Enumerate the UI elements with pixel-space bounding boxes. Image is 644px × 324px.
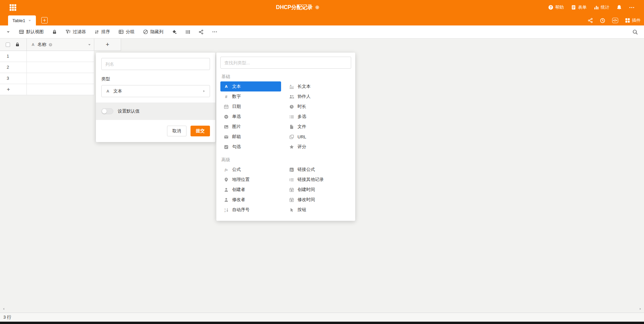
history-icon bbox=[600, 18, 605, 23]
checkbox-icon bbox=[223, 144, 229, 149]
scroll-left-icon[interactable] bbox=[2, 307, 5, 311]
column-name-input[interactable] bbox=[101, 58, 210, 70]
type-item-long-text[interactable]: A长文本 bbox=[286, 81, 351, 91]
submit-button[interactable]: 提交 bbox=[191, 126, 210, 136]
type-item-label: 日期 bbox=[232, 104, 241, 110]
hide-columns-button[interactable]: 隐藏列 bbox=[143, 29, 163, 35]
horizontal-scrollbar[interactable] bbox=[0, 305, 644, 313]
form-label: 表单 bbox=[578, 4, 587, 10]
column-header-name[interactable]: A 名称 ? bbox=[27, 39, 94, 51]
svg-text:A: A bbox=[106, 89, 109, 93]
sort-icon bbox=[94, 29, 99, 35]
api-button[interactable] bbox=[612, 18, 618, 23]
type-item-email[interactable]: 邮箱 bbox=[220, 132, 286, 142]
type-item-auto-number[interactable]: 12自动序号 bbox=[220, 205, 286, 215]
app-grid-menu-icon[interactable] bbox=[9, 4, 16, 11]
view-switcher[interactable]: 默认视图 bbox=[19, 29, 44, 35]
cancel-button[interactable]: 取消 bbox=[167, 126, 186, 136]
header-row: DHCP分配记录 i ? 帮助 表单 统计 bbox=[0, 0, 644, 15]
type-item-label: 公式 bbox=[232, 167, 241, 173]
dialog-body: 类型 A 文本 bbox=[96, 53, 215, 97]
type-item-single-select[interactable]: 单选 bbox=[220, 112, 286, 122]
search-button[interactable] bbox=[632, 29, 638, 35]
type-label: 类型 bbox=[101, 76, 210, 82]
help-icon: ? bbox=[548, 5, 553, 10]
plugin-label: 插件 bbox=[632, 17, 641, 23]
share-view-button[interactable] bbox=[199, 29, 204, 35]
add-column-button[interactable]: + bbox=[94, 39, 121, 51]
row-height-icon bbox=[185, 29, 190, 35]
plugin-icon bbox=[625, 18, 630, 23]
type-item-ctime[interactable]: 创建时间 bbox=[286, 185, 351, 195]
type-item-multi-select[interactable]: 多选 bbox=[286, 112, 351, 122]
link-formula-icon: fx bbox=[289, 167, 294, 172]
base-title: DHCP分配记录 i bbox=[276, 4, 320, 11]
grid-header-row: A 名称 ? + bbox=[0, 39, 644, 51]
statistics-button[interactable]: 统计 bbox=[594, 4, 609, 10]
cell-name-row3[interactable] bbox=[27, 73, 94, 84]
sort-button[interactable]: 排序 bbox=[94, 29, 110, 35]
type-item-image[interactable]: 图片 bbox=[220, 122, 286, 132]
row-color-button[interactable] bbox=[172, 29, 177, 35]
cell-name-row2[interactable] bbox=[27, 62, 94, 73]
type-item-formula[interactable]: fx公式 bbox=[220, 165, 286, 175]
type-item-creator[interactable]: 创建者 bbox=[220, 185, 286, 195]
row-number: 2 bbox=[0, 62, 27, 73]
type-item-mtime[interactable]: 修改时间 bbox=[286, 195, 351, 205]
type-item-collaborator[interactable]: 协作人 bbox=[286, 91, 351, 102]
modifier-icon bbox=[223, 197, 229, 202]
history-button[interactable] bbox=[600, 18, 605, 23]
type-item-file[interactable]: 文件 bbox=[286, 122, 351, 132]
type-search-input[interactable] bbox=[220, 57, 351, 69]
view-name: 默认视图 bbox=[26, 29, 44, 35]
type-item-label: 文件 bbox=[298, 124, 306, 130]
header-more-button[interactable] bbox=[629, 5, 635, 10]
type-item-text[interactable]: A文本 bbox=[220, 81, 281, 91]
plugins-button[interactable]: 插件 bbox=[625, 17, 641, 23]
row-height-button[interactable] bbox=[185, 29, 190, 35]
share-base-button[interactable] bbox=[588, 18, 593, 23]
svg-text:A: A bbox=[32, 42, 35, 47]
location-icon bbox=[223, 177, 229, 182]
type-item-link-formula[interactable]: fx链接公式 bbox=[286, 165, 351, 175]
plus-icon bbox=[43, 18, 46, 22]
add-table-button[interactable] bbox=[41, 17, 48, 23]
tab-table1[interactable]: Table1 bbox=[8, 15, 36, 25]
chevron-right-icon bbox=[202, 89, 206, 93]
column-type-select[interactable]: A 文本 bbox=[101, 85, 210, 97]
lock-view-button[interactable] bbox=[52, 29, 57, 35]
forms-button[interactable]: 表单 bbox=[571, 4, 587, 10]
type-item-rating[interactable]: 评分 bbox=[286, 142, 351, 152]
default-value-toggle[interactable] bbox=[101, 108, 113, 114]
info-icon[interactable]: i bbox=[315, 5, 320, 10]
type-item-checkbox[interactable]: 勾选 bbox=[220, 142, 286, 152]
group-button[interactable]: 分组 bbox=[118, 29, 135, 35]
filter-button[interactable]: 过滤器 bbox=[65, 29, 86, 35]
type-item-location[interactable]: 地理位置 bbox=[220, 175, 286, 185]
type-item-number[interactable]: #数字 bbox=[220, 91, 286, 102]
help-button[interactable]: ? 帮助 bbox=[548, 4, 564, 10]
type-item-label: 修改时间 bbox=[298, 197, 315, 203]
svg-text:#: # bbox=[225, 94, 227, 99]
column-help-icon[interactable]: ? bbox=[48, 43, 53, 47]
default-value-row: 设置默认值 bbox=[96, 103, 215, 120]
add-column-label: + bbox=[106, 41, 109, 48]
column-dropdown-icon[interactable] bbox=[88, 43, 91, 47]
section-title: 高级 bbox=[221, 157, 350, 163]
form-icon bbox=[571, 5, 576, 10]
toolbar-more-button[interactable] bbox=[212, 29, 217, 35]
freeze-lock-icon[interactable] bbox=[15, 42, 20, 47]
cell-name-row1[interactable] bbox=[27, 51, 94, 62]
row-header-cell bbox=[0, 39, 27, 51]
collapse-views-button[interactable] bbox=[6, 30, 10, 34]
type-item-button[interactable]: 按钮 bbox=[286, 205, 351, 215]
type-item-modifier[interactable]: 修改者 bbox=[220, 195, 286, 205]
notifications-button[interactable] bbox=[616, 5, 622, 10]
type-item-date[interactable]: 日期 bbox=[220, 102, 286, 112]
type-item-link-records[interactable]: 链接其他记录 bbox=[286, 175, 351, 185]
type-item-duration[interactable]: 时长 bbox=[286, 102, 351, 112]
scroll-right-icon[interactable] bbox=[639, 307, 642, 311]
column-name: 名称 bbox=[38, 42, 46, 48]
type-item-url[interactable]: URL bbox=[286, 132, 351, 142]
select-all-checkbox[interactable] bbox=[6, 43, 10, 47]
